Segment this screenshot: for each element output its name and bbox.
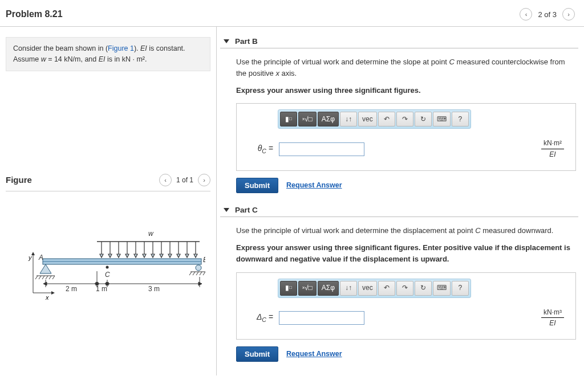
svg-marker-19 [168, 254, 172, 258]
svg-text:1 m: 1 m [96, 285, 107, 293]
svg-line-39 [193, 272, 195, 275]
part-c-header[interactable]: Part C [220, 203, 578, 217]
problem-title: Problem 8.21 [6, 9, 63, 19]
beam-figure: w [11, 226, 205, 305]
next-figure-button[interactable]: › [198, 174, 210, 186]
prev-figure-button[interactable]: ‹ [159, 174, 172, 186]
svg-marker-48 [31, 252, 35, 255]
svg-line-32 [42, 276, 44, 279]
figure-pager-text: 1 of 1 [176, 176, 193, 184]
svg-line-31 [39, 276, 41, 279]
equation-toolbar: ▮□ x√□ ΑΣφ ↓↑ vec ↶ ↷ ↻ ⌨ ? [278, 279, 471, 298]
svg-marker-25 [194, 254, 197, 258]
svg-marker-13 [143, 254, 146, 258]
updown-button[interactable]: ↓↑ [340, 281, 357, 296]
svg-marker-11 [134, 254, 137, 258]
part-c-var: ΔC = [250, 311, 273, 324]
svg-text:2 m: 2 m [66, 285, 77, 293]
redo-button[interactable]: ↷ [396, 112, 413, 126]
svg-text:C: C [105, 271, 110, 279]
part-c-request-answer-link[interactable]: Request Answer [286, 349, 342, 360]
help-button[interactable]: ? [452, 112, 469, 126]
part-c-instruction: Express your answer using three signific… [236, 242, 576, 265]
svg-text:w: w [148, 230, 154, 238]
svg-marker-9 [125, 254, 129, 258]
problem-pager: ‹ 2 of 3 › [520, 8, 575, 21]
svg-line-38 [189, 272, 192, 275]
equation-toolbar: ▮□ x√□ ΑΣφ ↓↑ vec ↶ ↷ ↻ ⌨ ? [278, 109, 471, 129]
undo-button[interactable]: ↶ [378, 281, 395, 296]
reset-button[interactable]: ↻ [415, 112, 432, 126]
part-b-unit: kN·m²EI [541, 138, 564, 160]
part-b-desc: Use the principle of virtual work and de… [236, 56, 576, 79]
keyboard-button[interactable]: ⌨ [433, 281, 451, 296]
caret-down-icon [224, 208, 229, 212]
root-fraction-button[interactable]: x√□ [298, 112, 317, 126]
svg-point-46 [106, 266, 108, 268]
updown-button[interactable]: ↓↑ [340, 112, 357, 126]
svg-line-35 [52, 276, 55, 279]
part-b-submit-button[interactable]: Submit [236, 178, 278, 193]
greek-letters-button[interactable]: ΑΣφ [318, 281, 339, 296]
part-b-input[interactable] [279, 142, 364, 156]
part-b-title: Part B [235, 37, 258, 46]
svg-marker-59 [43, 282, 47, 285]
help-button[interactable]: ? [452, 281, 469, 296]
svg-line-42 [203, 272, 205, 275]
part-c-title: Part C [235, 206, 258, 214]
figure-link[interactable]: Figure 1 [108, 44, 134, 52]
svg-marker-28 [40, 264, 51, 273]
part-b: Part B Use the principle of virtual work… [220, 35, 578, 195]
svg-line-41 [200, 272, 202, 275]
part-b-header[interactable]: Part B [220, 35, 578, 48]
svg-marker-23 [185, 254, 189, 258]
next-problem-button[interactable]: › [562, 8, 575, 21]
svg-marker-17 [160, 254, 163, 258]
part-c-submit-button[interactable]: Submit [236, 346, 278, 362]
greek-letters-button[interactable]: ΑΣφ [318, 112, 339, 126]
reset-button[interactable]: ↻ [415, 281, 432, 296]
svg-line-30 [35, 276, 38, 279]
redo-button[interactable]: ↷ [396, 281, 413, 296]
svg-marker-51 [51, 291, 55, 295]
svg-marker-7 [117, 254, 120, 258]
svg-marker-3 [100, 254, 103, 258]
figure-heading: Figure [6, 175, 32, 185]
part-b-instruction: Express your answer using three signific… [236, 85, 576, 96]
svg-marker-5 [108, 254, 112, 258]
svg-text:3 m: 3 m [148, 285, 160, 293]
part-b-answer-box: ▮□ x√□ ΑΣφ ↓↑ vec ↶ ↷ ↻ ⌨ ? θC = [236, 103, 576, 171]
svg-line-40 [196, 272, 198, 275]
prev-problem-button[interactable]: ‹ [520, 8, 532, 21]
part-c-input[interactable] [279, 311, 364, 325]
left-panel: Consider the beam shown in (Figure 1). E… [0, 27, 217, 375]
part-c: Part C Use the principle of virtual work… [220, 203, 578, 364]
svg-line-33 [46, 276, 48, 279]
figure-header: Figure ‹ 1 of 1 › [6, 174, 210, 191]
vec-button[interactable]: vec [358, 281, 377, 296]
template-button[interactable]: ▮□ [280, 112, 297, 126]
svg-text:A: A [38, 254, 43, 262]
keyboard-button[interactable]: ⌨ [433, 112, 451, 126]
part-c-unit: kN·m³EI [541, 307, 564, 329]
pager-text: 2 of 3 [538, 10, 557, 19]
figure-pager: ‹ 1 of 1 › [159, 174, 210, 186]
undo-button[interactable]: ↶ [378, 112, 395, 126]
svg-marker-66 [198, 282, 202, 285]
root-fraction-button[interactable]: x√□ [298, 281, 317, 296]
vec-button[interactable]: vec [358, 112, 377, 126]
svg-marker-15 [151, 254, 155, 258]
part-c-desc: Use the principle of virtual work and de… [236, 225, 576, 236]
svg-text:B: B [203, 256, 205, 264]
right-panel: Part B Use the principle of virtual work… [217, 27, 584, 375]
problem-statement: Consider the beam shown in (Figure 1). E… [6, 37, 210, 71]
svg-line-34 [49, 276, 51, 279]
part-b-var: θC = [250, 142, 273, 156]
part-b-request-answer-link[interactable]: Request Answer [286, 180, 342, 191]
svg-point-36 [196, 265, 201, 271]
svg-marker-21 [177, 254, 180, 258]
svg-text:x: x [45, 294, 49, 301]
part-c-answer-box: ▮□ x√□ ΑΣφ ↓↑ vec ↶ ↷ ↻ ⌨ ? ΔC = [236, 272, 576, 340]
template-button[interactable]: ▮□ [280, 281, 297, 296]
caret-down-icon [224, 39, 229, 43]
